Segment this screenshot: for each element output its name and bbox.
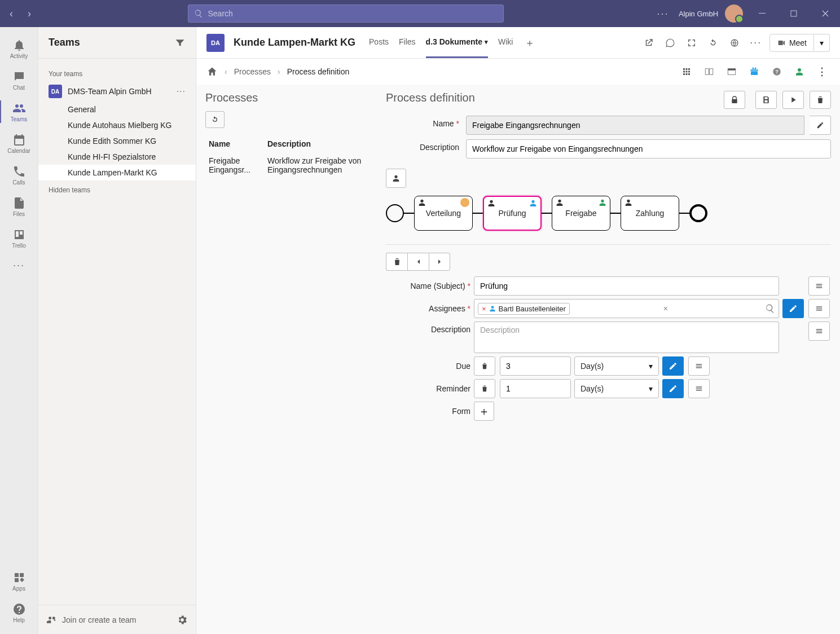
window-maximize[interactable] [781,0,806,27]
popout-icon[interactable] [641,35,657,51]
rail-trello[interactable]: Trello [0,222,38,254]
input-desc[interactable] [466,139,831,158]
assignees-edit[interactable] [782,299,804,318]
channel-item[interactable]: Kunde Autohaus Mielberg KG [38,117,196,133]
titlebar-more[interactable]: ··· [654,8,672,20]
rail-calendar[interactable]: Calendar [0,127,38,159]
desc-menu[interactable] [808,322,830,341]
chan-more[interactable]: ··· [748,35,764,51]
meet-button[interactable]: Meet [769,34,814,52]
input-due[interactable] [500,356,571,376]
reminder-clear[interactable] [474,379,495,398]
crumb-definition[interactable]: Process definition [287,67,350,76]
gear-icon[interactable] [177,614,188,626]
split-icon[interactable] [701,64,717,80]
select-due-unit[interactable]: Day(s)▾ [574,356,659,376]
panel-icon[interactable] [724,64,740,80]
input-subject[interactable] [474,276,779,296]
save-button[interactable] [755,91,777,109]
tab-d3[interactable]: d.3 Dokumente▾ [426,27,488,58]
wf-step-zahlung[interactable]: Zahlung [621,196,679,231]
edit-name[interactable] [810,116,831,135]
join-or-create[interactable]: Join or create a team [46,614,171,626]
wf-end[interactable] [689,204,707,222]
person-icon [487,199,496,208]
wf-step-pruefung[interactable]: Prüfung [483,196,542,231]
team-more[interactable]: ··· [177,86,186,96]
delete-button[interactable] [810,91,831,109]
process-row[interactable]: Freigabe Eingangsr... Workflow zur Freig… [205,151,375,180]
assignees-menu[interactable] [808,299,830,318]
wf-start[interactable] [386,204,404,222]
step-next[interactable] [429,253,450,271]
global-search[interactable] [188,5,504,23]
form-add[interactable]: ＋ [474,402,494,421]
reminder-menu[interactable] [688,379,710,398]
textarea-step-desc[interactable]: Description [474,322,779,353]
input-reminder[interactable] [500,379,571,398]
grid-icon[interactable] [679,64,694,80]
filter-icon[interactable] [174,37,186,49]
subject-menu[interactable] [808,276,830,296]
label-reminder: Reminder [386,384,470,393]
rail-more[interactable]: ··· [13,254,25,276]
wf-step-verteilung[interactable]: Verteilung [414,196,473,231]
expand-icon[interactable] [684,35,700,51]
rail-teams[interactable]: Teams [0,96,38,127]
refresh-icon[interactable] [705,35,721,51]
user-avatar[interactable] [725,5,743,23]
chip-remove[interactable]: × [482,305,486,313]
run-button[interactable] [782,91,804,109]
channel-item[interactable]: Kunde HI-FI Spezialstore [38,149,196,165]
rail-activity[interactable]: Activity [0,33,38,64]
person-icon[interactable] [791,64,807,80]
step-prev[interactable] [407,253,429,271]
tab-files[interactable]: Files [399,27,416,58]
select-reminder-unit[interactable]: Day(s)▾ [574,379,659,398]
tab-add[interactable]: ＋ [523,36,536,50]
teams-icon [46,614,58,626]
rail-files[interactable]: Files [0,191,38,222]
tab-wiki[interactable]: Wiki [498,27,513,58]
reminder-edit[interactable] [662,379,684,398]
rail-chat[interactable]: Chat [0,64,38,96]
due-menu[interactable] [688,356,710,376]
assignee-chip[interactable]: × Bartl Baustellenleiter [478,303,570,315]
refresh-button[interactable] [205,111,225,128]
gift-icon[interactable] [746,64,762,80]
clear-icon[interactable]: × [663,304,671,313]
nav-back[interactable]: ‹ [2,5,20,23]
assignees-box[interactable]: × Bartl Baustellenleiter × [474,299,779,318]
help-icon[interactable]: ? [769,64,785,80]
lock-button[interactable] [724,91,745,109]
due-edit[interactable] [662,356,684,376]
rail-help[interactable]: Help [0,597,38,628]
home-icon[interactable] [206,66,218,77]
channel-item[interactable]: Kunde Edith Sommer KG [38,133,196,149]
window-minimize[interactable] [750,0,775,27]
rail-calls[interactable]: Calls [0,159,38,191]
rail-apps[interactable]: Apps [0,565,38,597]
meet-dropdown[interactable]: ▾ [814,34,830,52]
globe-icon[interactable] [727,35,742,51]
global-search-input[interactable] [208,9,498,18]
search-icon[interactable] [765,303,775,314]
section-hidden-teams[interactable]: Hidden teams [38,180,196,197]
crumb-processes[interactable]: Processes [234,67,271,76]
tab-posts[interactable]: Posts [369,27,389,58]
org-label[interactable]: Alpin GmbH [679,10,718,18]
window-close[interactable] [813,0,838,27]
channel-item[interactable]: General [38,102,196,117]
chat-icon[interactable] [662,35,678,51]
wf-step-freigabe[interactable]: Freigabe [552,196,610,231]
input-name[interactable] [466,116,804,135]
d3-more[interactable]: ⋮ [814,64,830,80]
add-participant[interactable] [386,169,406,188]
channel-item-selected[interactable]: Kunde Lampen-Markt KG [38,165,196,180]
team-item[interactable]: DA DMS-Team Alpin GmbH ··· [38,81,196,102]
nav-forward[interactable]: › [20,5,38,23]
chevron-left-icon[interactable]: ‹ [225,67,227,76]
video-icon [777,38,786,47]
step-delete[interactable] [386,253,407,271]
due-clear[interactable] [474,356,495,376]
